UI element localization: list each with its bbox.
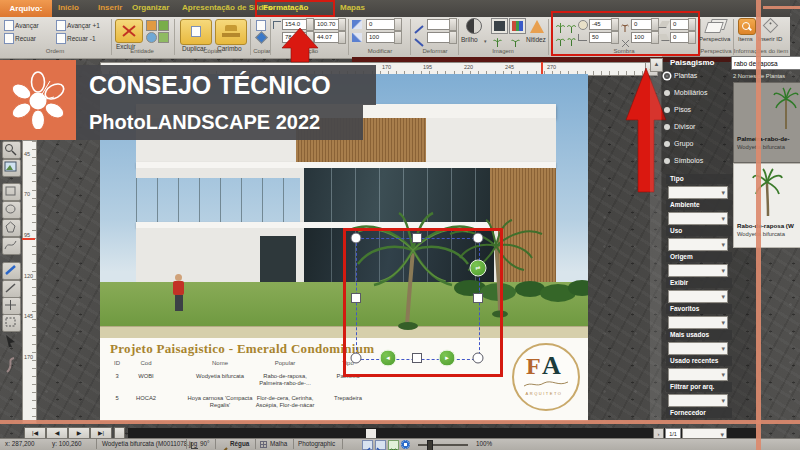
edit-blue2-icon[interactable] (375, 440, 386, 450)
plant-tool-icon[interactable] (493, 33, 502, 42)
menu-inserir[interactable]: Inserir (98, 3, 122, 12)
category-pisos[interactable]: Pisos (674, 104, 691, 116)
polygon-tool-button[interactable] (2, 219, 21, 237)
opacity-spinner[interactable] (394, 31, 402, 44)
sidebar-scroll-up-button[interactable]: ▲ (650, 58, 663, 72)
malha-toggle[interactable]: Malha (270, 440, 287, 447)
status-separator (255, 439, 256, 449)
logo-caption: ARQUITETO (514, 391, 574, 396)
horizontal-scrollbar-thumb[interactable] (366, 429, 376, 438)
image-frame-icon[interactable] (492, 19, 507, 33)
selection-handle-mr[interactable] (473, 293, 483, 303)
height-spinner[interactable] (338, 31, 346, 44)
filter-combo-origem[interactable] (668, 264, 728, 277)
deform-pen2-icon[interactable] (414, 33, 424, 42)
table-row: HOCA2 (128, 395, 164, 402)
selection-handle-tl[interactable] (351, 233, 362, 244)
palm-thumbnail-icon (773, 85, 799, 131)
group-plant-icon[interactable] (158, 32, 169, 43)
flip-vertical-icon[interactable] (352, 33, 362, 42)
plant-entity-icon[interactable] (158, 20, 169, 31)
filter-combo-mais-usados[interactable] (668, 342, 728, 355)
filter-combo-ambiente[interactable] (668, 212, 728, 225)
category-plantas[interactable]: Plantas (674, 70, 697, 82)
move-tool-button[interactable] (2, 297, 21, 315)
nitidez-button[interactable]: Nitidez (526, 36, 546, 43)
avancar-1-button[interactable]: Avançar +1 (67, 22, 100, 29)
deform-y-spinner[interactable] (449, 31, 457, 44)
filter-combo-exibir[interactable] (668, 290, 728, 303)
recuar-1-button[interactable]: Recuar -1 (67, 35, 96, 42)
selection-handle-tc[interactable] (412, 233, 422, 243)
rotation-field[interactable]: 0 (366, 19, 396, 30)
rectangle-tool-button[interactable] (2, 183, 21, 201)
status-separator (96, 439, 97, 449)
copy-icon[interactable] (256, 20, 266, 31)
filter-combo-filtrar-arq[interactable] (668, 394, 728, 407)
sidebar-scrollbar[interactable] (650, 72, 661, 420)
menu-organizar[interactable]: Organizar (132, 3, 169, 12)
deform-x-field[interactable] (427, 19, 451, 30)
selection-handle-ml[interactable] (351, 293, 361, 303)
filter-combo-uso[interactable] (668, 238, 728, 251)
plant-card-2-selected[interactable]: Rabo-de-raposa (W Wodyetia bifurcata (733, 163, 800, 248)
render-mode-selector[interactable]: Photographic (298, 440, 335, 447)
zoom-tool-button[interactable] (2, 141, 21, 159)
selection-handle-br[interactable] (473, 353, 484, 364)
rotation-spinner[interactable] (394, 18, 402, 31)
entity-icon[interactable] (146, 20, 157, 31)
deform-y-field[interactable] (427, 32, 451, 43)
color-image-icon[interactable] (510, 19, 525, 33)
target-zoom-icon[interactable] (401, 440, 410, 449)
brilho-button[interactable]: Brilho (461, 36, 478, 43)
selection-handle-tr[interactable] (473, 233, 484, 244)
group-label-entidade: Entidade (112, 48, 172, 54)
avancar-button[interactable]: Avançar (15, 22, 39, 29)
visibility-eye-icon[interactable] (146, 32, 157, 43)
v-tick-45: 45 (24, 151, 30, 157)
image-tool-button[interactable] (2, 159, 21, 177)
rotate-left-button[interactable]: ◄ (380, 350, 397, 367)
recuar-button[interactable]: Recuar (15, 35, 36, 42)
rotate-right-button[interactable]: ► (439, 350, 456, 367)
select-tool-button[interactable] (2, 314, 21, 332)
category-grupo[interactable]: Grupo (674, 138, 693, 150)
arrow-tool-icon[interactable] (4, 334, 18, 352)
plant-card-1[interactable]: Palmeira-rabo-de- Wodyetia bifurcata (733, 82, 800, 163)
filter-combo-favoritos[interactable] (668, 316, 728, 329)
category-divisor[interactable]: Divisor (674, 121, 695, 133)
deform-x-spinner[interactable] (449, 18, 457, 31)
menu-mapas[interactable]: Mapas (340, 3, 365, 12)
project-title: Projeto Paisagistico - Emerald Condomini… (110, 341, 374, 357)
filter-combo-tipo[interactable] (668, 186, 728, 199)
menu-inicio[interactable]: Início (58, 3, 79, 12)
edit-blue-icon[interactable] (362, 440, 373, 450)
category-mobiliarios[interactable]: Mobiliários (674, 87, 707, 99)
opacity-field[interactable]: 100 (366, 32, 396, 43)
search-input[interactable] (731, 56, 800, 70)
vertical-ruler[interactable] (22, 140, 37, 424)
pen-tool-button[interactable] (2, 262, 21, 280)
category-simbolos[interactable]: Símbolos (674, 155, 703, 167)
filter-combo-usado-recentes[interactable] (668, 368, 728, 381)
items-button[interactable]: Items (738, 36, 753, 42)
plant-status-icon[interactable] (388, 440, 399, 450)
zoom-slider-track[interactable] (418, 444, 468, 446)
line-tool-button[interactable] (2, 280, 21, 298)
selection-handle-bl[interactable] (351, 353, 362, 364)
deform-pen-icon[interactable] (414, 20, 424, 29)
status-angle: 90° (200, 440, 210, 447)
perspectiva-button[interactable]: Perspectiva (699, 36, 730, 42)
file-menu-button[interactable]: Arquivo: (0, 0, 52, 17)
mirror-handle-button[interactable]: ⇄ (470, 260, 487, 277)
regua-toggle[interactable]: Régua (230, 440, 249, 447)
scurve-tool-icon[interactable] (3, 356, 17, 378)
ellipse-tool-button[interactable] (2, 201, 21, 219)
flip-horizontal-icon[interactable] (352, 20, 362, 29)
plant-tool2-icon[interactable] (511, 33, 520, 42)
inserir-id-button[interactable]: Inserir ID (758, 36, 782, 42)
pos-y-spinner[interactable] (338, 18, 346, 31)
selection-handle-bc[interactable] (412, 353, 422, 363)
zoom-slider-handle[interactable] (427, 440, 433, 450)
curve-tool-button[interactable] (2, 237, 21, 255)
